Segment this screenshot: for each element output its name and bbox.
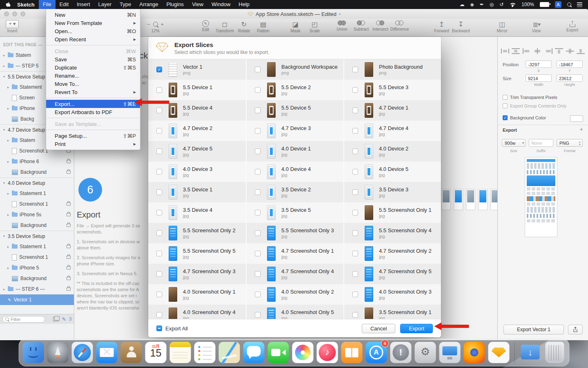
file-menu-item-page-setup[interactable]: Page Setup...⇧⌘P: [46, 132, 140, 140]
toolbar-union-button[interactable]: Union: [332, 20, 352, 31]
file-menu-item-print[interactable]: Print▶: [46, 140, 140, 148]
slice-checkbox-4-0-screenshot-only-5[interactable]: [255, 312, 261, 318]
dock-downloads-icon[interactable]: [520, 342, 541, 363]
disclosure-right-icon[interactable]: ▸: [3, 287, 8, 291]
align-left-icon[interactable]: [523, 48, 531, 54]
size-width-field[interactable]: 9214: [526, 74, 552, 82]
slice-checkbox-4-0-screenshot-only-3[interactable]: [352, 292, 358, 297]
toolbar-intersect-button[interactable]: Intersect: [371, 20, 390, 31]
toolbar-forward-button[interactable]: Forward: [432, 20, 451, 33]
layer-row-iphone-5[interactable]: ▸iPhone 5: [0, 263, 74, 273]
dock-firefox-icon[interactable]: [464, 342, 485, 363]
toolbar-view-button[interactable]: View: [527, 20, 546, 33]
file-menu-item-export-artboards-to-pdf[interactable]: Export Artboards to PDF: [46, 108, 140, 116]
slice-checkbox-5-5-device-3[interactable]: [352, 87, 358, 93]
dock-itunes-icon[interactable]: [317, 342, 338, 363]
cloud-icon[interactable]: ☁: [459, 2, 464, 7]
artboard-thumb[interactable]: [490, 189, 497, 210]
slice-cell-3-5-device-5[interactable]: 3.5 Device 5jpg: [246, 202, 343, 223]
apple-menu-icon[interactable]: [2, 2, 13, 8]
menubar-item-insert[interactable]: Insert: [73, 0, 94, 9]
artboard-thumb[interactable]: [441, 189, 451, 210]
disclosure-right-icon[interactable]: ▸: [7, 213, 12, 217]
menubar-item-help[interactable]: Help: [234, 0, 254, 9]
layer-row-background[interactable]: Background: [0, 273, 74, 284]
slice-cell-5-5-device-2[interactable]: 5.5 Device 2jpg: [246, 80, 343, 100]
toolbar-backward-button[interactable]: Backward: [451, 20, 470, 33]
slice-checkbox-5-5-screenshot-only-1[interactable]: [352, 210, 358, 215]
slice-checkbox-4-0-device-5[interactable]: [352, 169, 358, 175]
slice-cell-4-7-device-2[interactable]: 4.7 Device 2jpg: [148, 121, 246, 141]
slice-checkbox-photo-background[interactable]: [352, 67, 358, 72]
slice-cell-5-5-device-3[interactable]: 5.5 Device 3jpg: [343, 80, 441, 100]
slice-checkbox-4-0-device-1[interactable]: [255, 148, 261, 154]
slice-cell-4-0-device-5[interactable]: 4.0 Device 5jpg: [343, 162, 441, 182]
disclosure-right-icon[interactable]: ▸: [7, 107, 12, 110]
slice-cell-5-5-screenshot-only-3[interactable]: 5.5 Screenshot Only 3jpg: [246, 223, 343, 243]
slice-checkbox-5-5-device-2[interactable]: [255, 87, 261, 93]
disclosure-right-icon[interactable]: ▸: [7, 139, 12, 142]
dock-maps-icon[interactable]: [219, 342, 240, 363]
menubar-item-layer[interactable]: Layer: [94, 0, 116, 9]
export-group-contents-checkbox[interactable]: [503, 103, 508, 108]
file-menu-item-move-to[interactable]: Move To...: [46, 80, 140, 88]
layer-row-statement-1[interactable]: ▸Statement 1: [0, 188, 74, 199]
artboard-thumb[interactable]: [466, 189, 475, 210]
toolbar-difference-button[interactable]: Difference: [390, 20, 409, 31]
align-middle-icon[interactable]: [566, 48, 574, 54]
slice-checkbox-4-0-screenshot-only-4[interactable]: [156, 312, 162, 318]
file-menu-item-open[interactable]: Open...⌘O: [46, 27, 140, 35]
dock-mail-icon[interactable]: [96, 342, 118, 363]
layer-row-statement-1[interactable]: ▸Statement 1: [0, 241, 74, 252]
align-right-icon[interactable]: [544, 48, 552, 54]
slice-cell-4-0-device-2[interactable]: 4.0 Device 2jpg: [343, 141, 441, 162]
dock-calendar-icon[interactable]: 11月15: [145, 342, 167, 363]
disclosure-down-icon[interactable]: ▾: [3, 181, 8, 185]
dock-launchpad-icon[interactable]: [47, 342, 69, 363]
distribute-vertical-icon[interactable]: [512, 48, 520, 54]
time-machine-icon[interactable]: ↺: [499, 2, 503, 7]
slice-cell-4-7-screenshot-only-4[interactable]: 4.7 Screenshot Only 4jpg: [246, 264, 343, 284]
disclosure-right-icon[interactable]: ▸: [3, 64, 8, 68]
file-menu-item-new[interactable]: New⌘N: [46, 11, 140, 19]
dock-contacts-icon[interactable]: [121, 342, 142, 363]
dock-ibooks-icon[interactable]: [341, 342, 363, 363]
dock-notes-icon[interactable]: [170, 342, 191, 363]
position-x-field[interactable]: -3297: [526, 61, 552, 68]
slice-cell-4-7-screenshot-only-3[interactable]: 4.7 Screenshot Only 3jpg: [148, 264, 246, 284]
export-size-dropdown[interactable]: 900w: [502, 139, 526, 147]
battery-icon[interactable]: [540, 2, 549, 7]
file-menu-item-rename[interactable]: Rename...: [46, 72, 140, 80]
slice-checkbox-4-0-screenshot-only-1[interactable]: [156, 292, 162, 297]
slice-cell-4-0-screenshot-only-5[interactable]: 4.0 Screenshot Only 5jpg: [246, 305, 343, 319]
slice-checkbox-5-5-device-5[interactable]: [255, 108, 261, 113]
artboard-thumb[interactable]: [478, 189, 488, 210]
dock-prefs-icon[interactable]: [415, 342, 436, 363]
export-format-dropdown[interactable]: PNG: [557, 139, 583, 147]
add-export-size-icon[interactable]: +: [580, 126, 583, 132]
wifi-icon[interactable]: [509, 2, 516, 7]
menubar-item-edit[interactable]: Edit: [56, 0, 73, 9]
slice-cell-5-5-screenshot-only-5[interactable]: 5.5 Screenshot Only 5jpg: [148, 243, 246, 264]
dock-facetime-icon[interactable]: [268, 342, 289, 363]
target-icon[interactable]: ◎: [490, 2, 494, 7]
pen-icon[interactable]: ✒: [480, 2, 484, 7]
menubar-item-window[interactable]: Window: [207, 0, 234, 9]
layer-row-background[interactable]: Background: [0, 167, 74, 177]
slice-checkbox-4-7-device-1[interactable]: [352, 108, 358, 113]
zoom-magnifier-icon[interactable]: [153, 22, 158, 27]
pages-panel-icon[interactable]: [53, 317, 58, 321]
toolbar-transform-button[interactable]: Transform: [215, 20, 234, 33]
disclosure-right-icon[interactable]: ▸: [7, 160, 12, 164]
slice-cell-4-0-device-4[interactable]: 4.0 Device 4jpg: [246, 162, 343, 182]
file-menu-item-save[interactable]: Save⌘S: [46, 55, 140, 63]
slice-cell-4-7-screenshot-only-5[interactable]: 4.7 Screenshot Only 5jpg: [343, 264, 441, 284]
zoom-in-button[interactable]: +: [161, 21, 164, 27]
slice-checkbox-4-7-screenshot-only-4[interactable]: [255, 271, 261, 277]
layer-row-4-0-device-setup[interactable]: ▾4.0 Device Setup: [0, 177, 74, 188]
slice-cell-background-workspace[interactable]: Background Workspacepng: [246, 59, 343, 80]
slice-checkbox-4-7-screenshot-only-5[interactable]: [352, 271, 358, 277]
disclosure-down-icon[interactable]: ▾: [3, 75, 8, 79]
layer-row-background[interactable]: Background: [0, 220, 74, 231]
zoom-window-button[interactable]: [20, 11, 25, 16]
